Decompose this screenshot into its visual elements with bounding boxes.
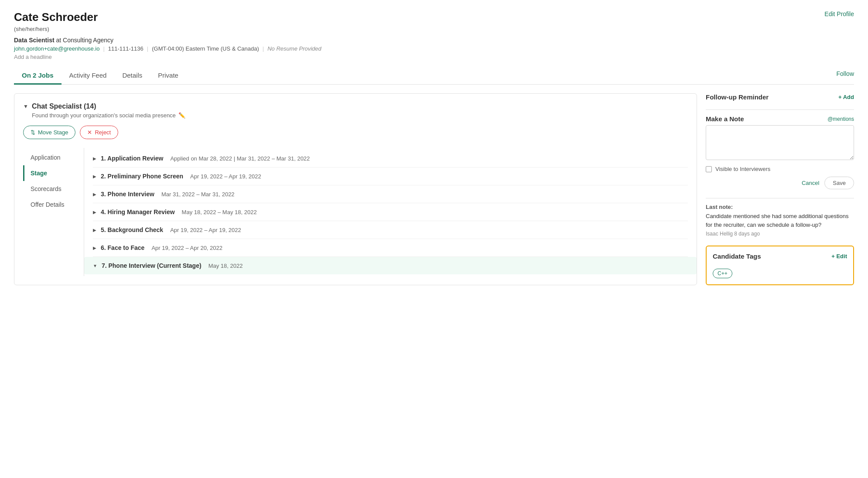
last-note-text: Candidate mentioned she had some additio… — [706, 212, 854, 229]
last-note-section: Last note: Candidate mentioned she had s… — [706, 204, 854, 237]
stage-triangle-icon: ▶ — [93, 174, 96, 179]
stage-row[interactable]: ▶4. Hiring Manager ReviewMay 18, 2022 – … — [93, 203, 688, 221]
visible-to-interviewers-row: Visible to Interviewers — [706, 166, 854, 172]
company-text: at — [56, 37, 63, 44]
stage-triangle-icon: ▶ — [93, 192, 96, 197]
card-inner: Application Stage Scorecards Offer Detai… — [23, 148, 688, 276]
stage-dates: Apr 19, 2022 – Apr 19, 2022 — [190, 173, 261, 180]
email-link[interactable]: john.gordon+cate@greenhouse.io — [14, 45, 99, 52]
reject-button[interactable]: ✕ Reject — [80, 126, 118, 139]
followup-reminder-title: Follow-up Reminder + Add — [706, 93, 854, 101]
visible-label: Visible to Interviewers — [715, 166, 770, 172]
tab-details[interactable]: Details — [114, 67, 150, 85]
move-stage-icon: ⇅ — [31, 129, 35, 136]
divider1 — [706, 109, 854, 110]
sep3: | — [263, 45, 264, 52]
title-company: Data Scientist at Consulting Agency — [14, 37, 854, 44]
stage-row[interactable]: ▶2. Preliminary Phone ScreenApr 19, 2022… — [93, 167, 688, 185]
stage-name: 5. Background Check — [101, 226, 163, 233]
stage-name: 4. Hiring Manager Review — [101, 208, 175, 215]
phone-number: 111-111-1136 — [108, 45, 144, 52]
tab-private[interactable]: Private — [150, 67, 186, 85]
reject-label: Reject — [95, 129, 111, 136]
job-title-text: Data Scientist — [14, 37, 55, 44]
last-note-label: Last note: — [706, 204, 854, 210]
job-card-title: Chat Specialist (14) — [32, 102, 96, 110]
tab-on-jobs[interactable]: On 2 Jobs — [14, 67, 62, 85]
note-textarea[interactable] — [706, 125, 854, 160]
tag-badge: C++ — [713, 269, 732, 278]
stage-name: 1. Application Review — [101, 155, 163, 162]
followup-title-text: Follow-up Reminder — [706, 93, 769, 101]
stage-triangle-icon: ▶ — [93, 210, 96, 215]
stage-dates: May 18, 2022 – May 18, 2022 — [182, 209, 257, 215]
tab-activity-feed[interactable]: Activity Feed — [62, 67, 115, 85]
left-panel: ▼ Chat Specialist (14) Found through you… — [14, 93, 697, 292]
edit-tags-link[interactable]: + Edit — [831, 253, 847, 259]
right-panel: Follow-up Reminder + Add Make a Note @me… — [706, 93, 854, 292]
stage-triangle-icon: ▶ — [93, 246, 96, 250]
stage-name: 7. Phone Interview (Current Stage) — [102, 262, 202, 269]
save-button[interactable]: Save — [824, 177, 854, 189]
tabs-left: On 2 Jobs Activity Feed Details Private — [14, 67, 186, 84]
move-stage-label: Move Stage — [38, 129, 68, 136]
stage-dates: Apr 19, 2022 – Apr 20, 2022 — [151, 245, 222, 251]
company-name: Consulting Agency — [63, 37, 113, 44]
sep2: | — [147, 45, 148, 52]
stage-name: 3. Phone Interview — [101, 191, 154, 198]
cancel-link[interactable]: Cancel — [802, 180, 819, 186]
make-note-label: Make a Note — [706, 115, 744, 123]
job-source: Found through your organization's social… — [32, 112, 688, 119]
stage-nav: Application Stage Scorecards Offer Detai… — [23, 148, 84, 276]
nav-stage[interactable]: Stage — [23, 165, 84, 181]
stage-row[interactable]: ▶1. Application ReviewApplied on Mar 28,… — [93, 150, 688, 167]
stage-triangle-icon: ▶ — [93, 228, 96, 232]
stage-triangle-icon: ▶ — [93, 156, 96, 161]
edit-profile-link[interactable]: Edit Profile — [824, 10, 854, 17]
timezone: (GMT-04:00) Eastern Time (US & Canada) — [152, 45, 259, 52]
candidate-tags-section: Candidate Tags + Edit C++ — [706, 246, 854, 285]
stage-name: 2. Preliminary Phone Screen — [101, 173, 183, 180]
stage-dates: Apr 19, 2022 – Apr 19, 2022 — [170, 227, 241, 233]
divider2 — [706, 198, 854, 198]
visible-checkbox[interactable] — [706, 166, 712, 172]
note-actions: Cancel Save — [706, 177, 854, 189]
job-source-text: Found through your organization's social… — [32, 112, 176, 119]
stage-row[interactable]: ▼7. Phone Interview (Current Stage)May 1… — [84, 257, 697, 274]
nav-scorecards[interactable]: Scorecards — [23, 181, 84, 197]
nav-application[interactable]: Application — [23, 150, 84, 165]
candidate-name: Cate Schroeder — [14, 10, 98, 24]
add-reminder-link[interactable]: + Add — [838, 94, 854, 100]
nav-offer-details[interactable]: Offer Details — [23, 197, 84, 212]
main-layout: ▼ Chat Specialist (14) Found through you… — [14, 93, 854, 292]
action-buttons: ⇅ Move Stage ✕ Reject — [23, 126, 688, 139]
add-headline-link[interactable]: Add a headline — [14, 54, 854, 60]
tags-container: C++ — [713, 265, 847, 278]
pronouns: (she/her/hers) — [14, 26, 854, 32]
stage-dates: Applied on Mar 28, 2022 | Mar 31, 2022 –… — [170, 155, 310, 162]
stage-dates: Mar 31, 2022 – Mar 31, 2022 — [161, 191, 235, 198]
stage-triangle-icon: ▼ — [93, 263, 97, 268]
note-header: Make a Note @mentions — [706, 115, 854, 123]
move-stage-button[interactable]: ⇅ Move Stage — [23, 126, 75, 139]
stage-list: ▶1. Application ReviewApplied on Mar 28,… — [84, 148, 688, 276]
mentions-link[interactable]: @mentions — [827, 116, 854, 122]
stage-row[interactable]: ▶6. Face to FaceApr 19, 2022 – Apr 20, 2… — [93, 239, 688, 257]
tabs-bar: On 2 Jobs Activity Feed Details Private … — [14, 67, 854, 85]
last-note-meta: Isaac Hellig 8 days ago — [706, 231, 854, 237]
stage-name: 6. Face to Face — [101, 244, 144, 251]
stage-row[interactable]: ▶5. Background CheckApr 19, 2022 – Apr 1… — [93, 221, 688, 239]
follow-button[interactable]: Follow — [837, 70, 854, 82]
job-card: ▼ Chat Specialist (14) Found through you… — [14, 93, 697, 285]
stage-row[interactable]: ▶3. Phone InterviewMar 31, 2022 – Mar 31… — [93, 185, 688, 203]
collapse-icon[interactable]: ▼ — [23, 103, 28, 109]
make-note-section: Make a Note @mentions Visible to Intervi… — [706, 115, 854, 189]
followup-reminder-section: Follow-up Reminder + Add — [706, 93, 854, 101]
sep1: | — [103, 45, 104, 52]
stage-dates: May 18, 2022 — [208, 263, 243, 269]
candidate-tags-label: Candidate Tags — [713, 253, 761, 260]
candidate-tags-title: Candidate Tags + Edit — [713, 253, 847, 260]
reject-icon: ✕ — [87, 129, 92, 136]
job-card-header: ▼ Chat Specialist (14) — [23, 102, 688, 110]
edit-source-icon[interactable]: ✏️ — [178, 112, 185, 119]
